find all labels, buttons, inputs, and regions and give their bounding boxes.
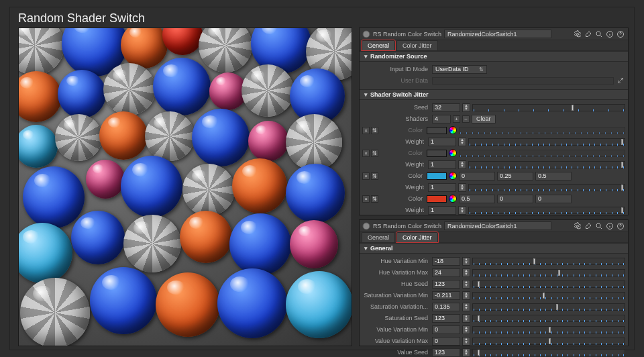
param-slider[interactable] — [472, 258, 625, 265]
param-value-field[interactable] — [432, 291, 460, 300]
remove-entry-button[interactable]: × — [362, 150, 370, 157]
panel-header: RS Random Color Switch — [360, 28, 628, 40]
spinner[interactable]: ▲▼ — [458, 183, 466, 192]
color-r-field[interactable] — [459, 172, 495, 181]
param-value-field[interactable] — [432, 337, 460, 346]
brush-icon[interactable] — [584, 221, 593, 231]
param-label: Saturation Seed — [362, 315, 432, 321]
tab-general[interactable]: General — [362, 40, 395, 50]
param-slider[interactable] — [472, 349, 625, 356]
attribute-panel-general: RS Random Color Switch General Color Jit… — [359, 28, 629, 215]
seed-slider[interactable] — [472, 104, 625, 111]
increment-button[interactable]: + — [453, 115, 460, 123]
color-swatch[interactable] — [427, 172, 447, 180]
remove-entry-button[interactable]: × — [362, 127, 370, 134]
color-b-field[interactable] — [535, 172, 572, 181]
color-g-field[interactable] — [497, 195, 533, 203]
tab-color-jitter[interactable]: Color Jitter — [396, 232, 438, 242]
param-row: Value Variation Max ▲▼ — [362, 336, 625, 346]
spinner[interactable]: ▲▼ — [462, 291, 470, 300]
shader-entry: × ⇅ Color — [362, 170, 625, 181]
spinner[interactable]: ▲▼ — [462, 268, 470, 277]
spinner[interactable]: ▲▼ — [462, 314, 470, 323]
search-icon[interactable] — [594, 30, 604, 39]
link-out-icon[interactable] — [616, 76, 625, 85]
param-value-field[interactable] — [432, 325, 460, 334]
param-value-field[interactable] — [432, 314, 460, 323]
weight-slider[interactable] — [468, 184, 625, 191]
spinner[interactable]: ▲▼ — [462, 103, 470, 112]
shader-entry-weight: Weight ▲▼ — [362, 182, 625, 193]
tab-general[interactable]: General — [362, 232, 395, 242]
reorder-arrows-icon[interactable]: ⇅ — [371, 150, 378, 157]
spinner[interactable]: ▲▼ — [462, 280, 470, 289]
section-title-label: Randomizer Source — [370, 53, 427, 60]
spinner[interactable]: ▲▼ — [462, 303, 470, 311]
color-b-field[interactable] — [535, 195, 572, 203]
node-name-field[interactable] — [444, 221, 551, 230]
reorder-arrows-icon[interactable]: ⇅ — [371, 127, 378, 134]
color-r-field[interactable] — [459, 195, 495, 203]
spinner[interactable]: ▲▼ — [462, 325, 470, 334]
weight-field[interactable] — [428, 138, 456, 146]
spinner[interactable]: ▲▼ — [462, 257, 470, 266]
tabs: General Color Jitter — [360, 40, 628, 51]
svg-point-0 — [363, 31, 370, 38]
weight-field[interactable] — [428, 160, 456, 169]
clear-button[interactable]: Clear — [472, 115, 496, 123]
param-value-field[interactable] — [432, 303, 460, 311]
section-general[interactable]: ▾ General — [360, 243, 628, 254]
spinner[interactable]: ▲▼ — [458, 160, 466, 169]
param-slider[interactable] — [472, 315, 625, 322]
param-label: Hue Variation Min — [362, 258, 432, 264]
remove-entry-button[interactable]: × — [362, 195, 370, 203]
reorder-arrows-icon[interactable]: ⇅ — [371, 172, 378, 180]
spinner[interactable]: ▲▼ — [458, 138, 466, 146]
render-scene — [19, 28, 352, 346]
node-name-field[interactable] — [444, 30, 551, 38]
reorder-arrows-icon[interactable]: ⇅ — [371, 195, 378, 203]
param-value-field[interactable] — [432, 257, 460, 266]
shader-entry: × ⇅ Color — [362, 148, 625, 158]
param-slider[interactable] — [472, 292, 625, 299]
color-rgb-track — [459, 127, 625, 134]
info-icon[interactable] — [605, 221, 614, 231]
weight-label: Weight — [380, 184, 428, 191]
param-slider[interactable] — [472, 280, 625, 288]
help-icon[interactable] — [616, 221, 625, 231]
spinner[interactable]: ▲▼ — [462, 337, 470, 346]
weight-slider[interactable] — [468, 161, 625, 168]
color-wheel-icon[interactable] — [449, 172, 457, 180]
info-icon[interactable] — [605, 30, 614, 39]
remove-entry-button[interactable]: × — [362, 172, 370, 180]
help-icon[interactable] — [616, 30, 625, 39]
shaders-count-field[interactable] — [432, 115, 451, 123]
param-label: Value Seed — [362, 349, 432, 356]
seed-field[interactable] — [432, 103, 460, 112]
spinner[interactable]: ▲▼ — [458, 206, 466, 215]
weight-slider[interactable] — [468, 207, 625, 214]
settings-icon[interactable] — [573, 221, 582, 231]
param-slider[interactable] — [472, 303, 625, 311]
color-wheel-icon[interactable] — [449, 195, 457, 203]
color-swatch[interactable] — [427, 195, 447, 203]
param-slider[interactable] — [472, 326, 625, 334]
spinner[interactable]: ▲▼ — [462, 348, 470, 357]
param-slider[interactable] — [472, 338, 625, 345]
settings-icon[interactable] — [573, 30, 582, 39]
param-slider[interactable] — [472, 269, 625, 276]
section-shader-switch-jitter[interactable]: ▾ Shader Switch Jitter — [360, 89, 628, 100]
weight-slider[interactable] — [468, 138, 625, 146]
tab-color-jitter[interactable]: Color Jitter — [396, 40, 438, 50]
search-icon[interactable] — [594, 221, 604, 231]
color-g-field[interactable] — [497, 172, 533, 181]
weight-field[interactable] — [428, 206, 456, 215]
input-id-mode-dropdown[interactable]: UserData ID ⇅ — [432, 65, 487, 74]
param-value-field[interactable] — [432, 280, 460, 289]
param-value-field[interactable] — [432, 268, 460, 277]
brush-icon[interactable] — [584, 30, 593, 39]
weight-field[interactable] — [428, 183, 456, 192]
section-randomizer-source[interactable]: ▾ Randomizer Source — [360, 51, 628, 62]
decrement-button[interactable]: − — [462, 115, 470, 123]
param-value-field[interactable] — [432, 348, 460, 357]
